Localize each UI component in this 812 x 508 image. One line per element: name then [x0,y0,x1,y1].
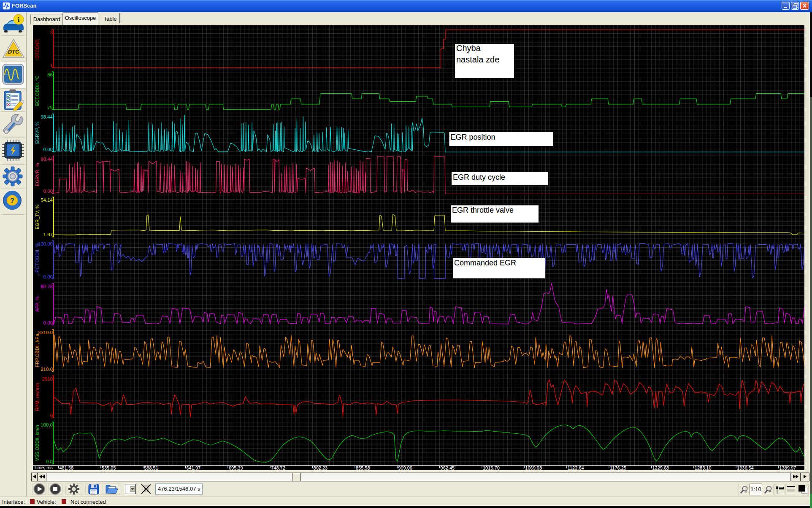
svg-text:80.78: 80.78 [41,284,53,289]
svg-text:EGR position: EGR position [451,133,495,141]
svg-text:210.0: 210.0 [41,367,53,372]
svg-text:0: 0 [50,413,53,418]
svg-text:695,39: 695,39 [229,465,243,470]
svg-text:EGRVP, %: EGRVP, % [35,122,40,144]
svg-text:EGR throttle valve: EGR throttle valve [452,206,514,214]
svg-text:481,58: 481,58 [60,465,74,470]
svg-text:0.0: 0.0 [46,459,53,464]
svg-text:?: ? [10,197,14,204]
svg-text:100.0: 100.0 [41,422,53,427]
svg-text:962,45: 962,45 [441,465,455,470]
svg-text:FRP.OBDII, kPa: FRP.OBDII, kPa [35,333,40,367]
svg-text:535,05: 535,05 [102,465,116,470]
svg-text:748,72: 748,72 [271,465,285,470]
svg-text:54.14: 54.14 [41,197,53,203]
svg-text:0.00: 0.00 [43,320,53,325]
svg-text:3: 3 [50,30,53,35]
svg-text:1229,68: 1229,68 [652,465,669,470]
svg-text:1015,70: 1015,70 [483,465,500,470]
svg-text:Chyba: Chyba [456,43,481,53]
svg-text:1069,08: 1069,08 [525,465,542,470]
svg-text:Time, ms: Time, ms [34,465,53,470]
svg-text:909,06: 909,06 [398,465,412,470]
svg-text:641,97: 641,97 [187,465,201,470]
svg-text:0.00: 0.00 [43,189,53,194]
svg-text:APP, %: APP, % [35,296,40,312]
svg-text:98.44: 98.44 [41,157,53,162]
svg-text:nastala zde: nastala zde [456,55,499,64]
svg-text:DTCCNT,: DTCCNT, [35,39,40,59]
svg-text:Commanded EGR: Commanded EGR [454,259,516,267]
svg-text:1283,10: 1283,10 [695,465,712,470]
svg-text:VSS.OBDII, km/h: VSS.OBDII, km/h [35,425,40,461]
svg-text:1122,64: 1122,64 [568,465,584,470]
svg-text:86: 86 [47,72,53,77]
svg-text:0.00: 0.00 [43,147,53,152]
svg-text:1176,25: 1176,25 [610,465,626,470]
svg-text:1389,97: 1389,97 [779,465,796,470]
svg-text:EGR duty cycle: EGR duty cycle [453,173,505,181]
svg-text:1.97: 1.97 [43,232,53,237]
svg-text:802,23: 802,23 [314,465,328,470]
svg-text:79: 79 [47,105,53,110]
svg-text:0.00: 0.00 [43,274,53,279]
svg-text:...PCT.OBDII, %: ...PCT.OBDII, % [35,243,40,276]
svg-text:100.00: 100.00 [38,241,53,246]
svg-text:1: 1 [50,63,53,68]
svg-text:RPM, rev/min: RPM, rev/min [35,383,40,411]
svg-text:588,51: 588,51 [144,465,158,470]
svg-text:EGR_TV, %: EGR_TV, % [35,204,40,229]
svg-text:3310.0: 3310.0 [38,330,53,335]
svg-text:DTC: DTC [8,49,19,55]
svg-text:1336,54: 1336,54 [737,465,754,470]
svg-text:2910: 2910 [42,376,53,381]
svg-text:98.44: 98.44 [41,114,53,119]
svg-text:855,58: 855,58 [356,465,370,470]
svg-text:ECT.OBDII, °C: ECT.OBDII, °C [35,76,40,106]
svg-text:i: i [18,16,20,24]
svg-text:EGRVR, %: EGRVR, % [35,163,40,186]
